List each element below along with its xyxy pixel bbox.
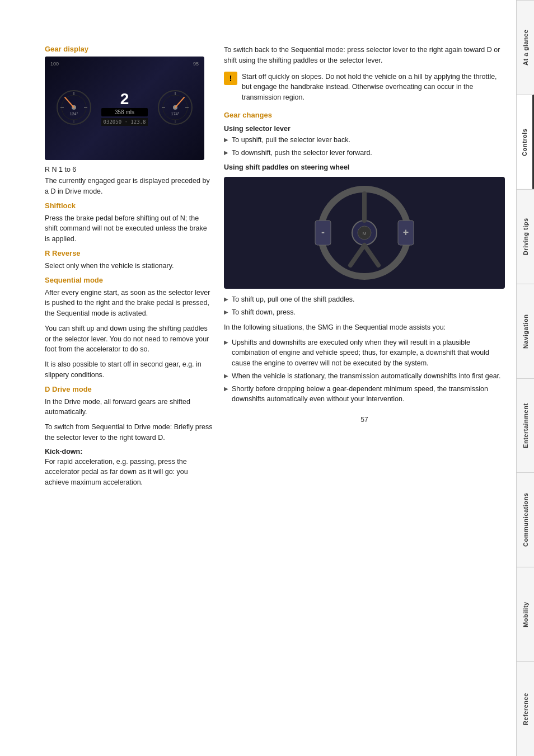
bullet-arrow-icon: ▶	[224, 308, 228, 318]
bullet-arrow-icon: ▶	[224, 295, 228, 305]
paddles-bullet-2-text: To shift down, press.	[232, 307, 296, 318]
gear-number-display: 2	[101, 91, 148, 107]
left-gauge-svg: 124°	[54, 87, 94, 128]
r-reverse-text: Select only when the vehicle is stationa…	[45, 261, 213, 271]
sequential-text2: You can shift up and down using the shif…	[45, 323, 213, 355]
selector-bullet-2: ▶ To downshift, push the selector lever …	[224, 148, 505, 158]
steering-wheel-svg: - + M	[314, 182, 415, 283]
tab-mobility[interactable]: Mobility	[517, 567, 534, 661]
paddles-bullet-5: ▶ Shortly before dropping below a gear-d…	[224, 384, 505, 405]
svg-text:+: +	[403, 227, 409, 238]
shiftlock-section: Shiftlock Press the brake pedal before s…	[45, 201, 213, 245]
odometer-display: 032050 · 123.8	[101, 118, 148, 126]
gear-display-heading: Gear display	[45, 45, 213, 53]
gear-display-image: 100 95	[45, 57, 204, 160]
kickdown-label: Kick-down:	[45, 448, 213, 456]
paddles-bullet-2: ▶ To shift down, press.	[224, 307, 505, 318]
paddles-bullet-4-text: When the vehicle is stationary, the tran…	[232, 371, 501, 382]
sequential-text1: After every engine start, as soon as the…	[45, 288, 213, 319]
svg-text:124°: 124°	[70, 112, 78, 116]
tab-at-a-glance[interactable]: At a glance	[517, 0, 534, 95]
bullet-arrow-icon: ▶	[224, 135, 228, 145]
svg-line-16	[175, 97, 184, 107]
gear-speed-display: 358 mls	[101, 108, 148, 116]
bullet-arrow-icon: ▶	[224, 338, 228, 369]
rn-text: R N 1 to 6	[45, 166, 213, 173]
d-drive-heading: D Drive mode	[45, 385, 213, 393]
gear-display-section: Gear display 100 95	[45, 45, 213, 197]
tab-entertainment[interactable]: Entertainment	[517, 378, 534, 473]
sequential-mode-heading: Sequential mode	[45, 276, 213, 284]
r-reverse-section: R Reverse Select only when the vehicle i…	[45, 249, 213, 271]
side-tabs: At a glance Controls Driving tips Naviga…	[516, 0, 534, 756]
warning-icon: !	[224, 72, 237, 85]
left-column: Gear display 100 95	[45, 45, 213, 734]
right-gauge-svg: 174°	[155, 87, 195, 128]
paddles-bullet-1: ▶ To shift up, pull one of the shift pad…	[224, 294, 505, 305]
bullet-arrow-icon: ▶	[224, 148, 228, 158]
tab-communications[interactable]: Communications	[517, 472, 534, 567]
d-drive-text2: To switch from Sequential to Drive mode:…	[45, 422, 213, 443]
svg-text:174°: 174°	[171, 112, 180, 116]
kickdown-text: For rapid acceleration, e.g. passing, pr…	[45, 457, 213, 488]
shiftlock-text: Press the brake pedal before shifting ou…	[45, 213, 213, 245]
speed-right: 95	[193, 61, 199, 67]
shiftlock-heading: Shiftlock	[45, 201, 213, 210]
switch-back-text: To switch back to the Sequential mode: p…	[224, 45, 505, 66]
svg-text:-: -	[321, 227, 325, 238]
paddles-bullet-1-text: To shift up, pull one of the shift paddl…	[232, 294, 355, 305]
warning-box: ! Start off quickly on slopes. Do not ho…	[224, 72, 505, 103]
paddles-bullet-3: ▶ Upshifts and downshifts are executed o…	[224, 337, 505, 369]
d-drive-text1: In the Drive mode, all forward gears are…	[45, 397, 213, 418]
steering-wheel-image: - + M	[224, 177, 505, 289]
sequential-mode-section: Sequential mode After every engine start…	[45, 276, 213, 381]
sequential-text3: It is also possible to start off in seco…	[45, 359, 213, 381]
using-selector-lever-heading: Using selector lever	[224, 125, 505, 133]
paddles-bullet-5-text: Shortly before dropping below a gear-dep…	[232, 384, 505, 405]
selector-bullet-1-text: To upshift, pull the selector lever back…	[232, 135, 350, 145]
r-reverse-heading: R Reverse	[45, 249, 213, 257]
using-shift-paddles-heading: Using shift paddles on steering wheel	[224, 163, 505, 171]
bullet-arrow-icon: ▶	[224, 372, 228, 382]
tab-navigation[interactable]: Navigation	[517, 284, 534, 378]
warning-text: Start off quickly on slopes. Do not hold…	[242, 72, 505, 103]
selector-bullet-2-text: To downshift, push the selector lever fo…	[232, 148, 372, 158]
d-drive-mode-section: D Drive mode In the Drive mode, all forw…	[45, 385, 213, 488]
selector-bullet-1: ▶ To upshift, pull the selector lever ba…	[224, 135, 505, 145]
page-number: 57	[224, 416, 505, 435]
paddles-bullet-4: ▶ When the vehicle is stationary, the tr…	[224, 371, 505, 382]
svg-line-7	[65, 97, 74, 107]
tab-driving-tips[interactable]: Driving tips	[517, 189, 534, 284]
right-column: To switch back to the Sequential mode: p…	[224, 45, 505, 734]
bullet-arrow-icon: ▶	[224, 384, 228, 405]
paddles-intro: In the following situations, the SMG in …	[224, 322, 505, 333]
gear-changes-heading: Gear changes	[224, 111, 505, 119]
rn-desc: The currently engaged gear is displayed …	[45, 176, 213, 197]
speed-left: 100	[50, 61, 59, 67]
svg-text:M: M	[363, 231, 367, 236]
paddles-bullet-3-text: Upshifts and downshifts are executed onl…	[232, 337, 505, 369]
tab-reference[interactable]: Reference	[517, 661, 534, 756]
tab-controls[interactable]: Controls	[517, 95, 534, 189]
